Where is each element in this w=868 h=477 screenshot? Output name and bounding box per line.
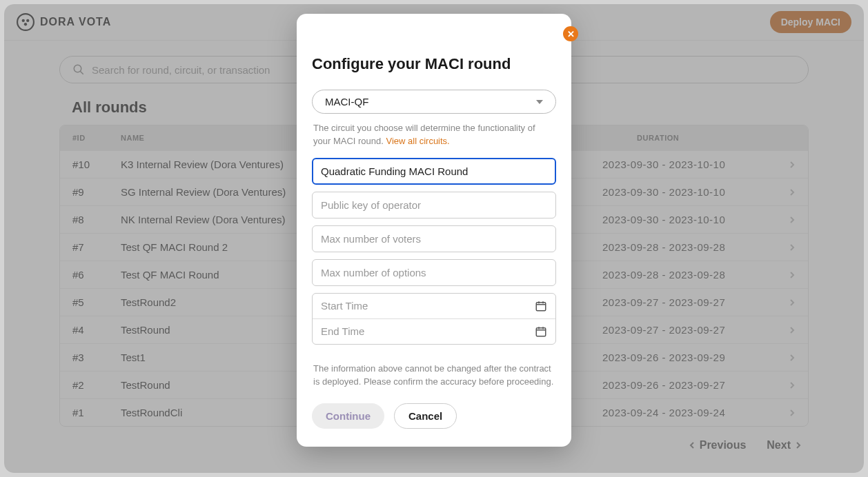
start-time-input[interactable]: Start Time — [313, 294, 555, 318]
max-options-input[interactable] — [312, 259, 556, 286]
circuit-select[interactable]: MACI-QF — [312, 90, 556, 114]
operator-key-input[interactable] — [312, 192, 556, 219]
max-voters-input[interactable] — [312, 225, 556, 252]
app-frame: DORA VOTA Rounds Circuits Transactions D… — [4, 4, 864, 473]
svg-rect-10 — [536, 327, 546, 336]
svg-rect-6 — [536, 302, 546, 310]
continue-button[interactable]: Continue — [312, 403, 384, 429]
date-range-group: Start Time End Time — [312, 293, 556, 345]
modal-overlay[interactable]: ✕ Configure your MACI round MACI-QF The … — [4, 4, 864, 473]
cancel-button[interactable]: Cancel — [394, 403, 457, 429]
modal-note: The information above cannot be changed … — [313, 363, 555, 389]
circuit-select-value: MACI-QF — [325, 96, 368, 108]
view-circuits-link[interactable]: View all circuits. — [386, 136, 450, 146]
close-icon[interactable]: ✕ — [563, 26, 578, 41]
modal-actions: Continue Cancel — [312, 403, 556, 429]
end-time-label: End Time — [321, 325, 364, 337]
start-time-label: Start Time — [321, 300, 368, 312]
end-time-input[interactable]: End Time — [313, 318, 555, 344]
calendar-icon — [535, 300, 547, 312]
round-name-input[interactable] — [312, 158, 556, 185]
configure-round-modal: ✕ Configure your MACI round MACI-QF The … — [297, 14, 571, 447]
chevron-down-icon — [536, 100, 543, 104]
calendar-icon — [535, 325, 547, 338]
modal-title: Configure your MACI round — [312, 55, 556, 73]
circuit-helper: The circuit you choose will determine th… — [313, 122, 555, 148]
